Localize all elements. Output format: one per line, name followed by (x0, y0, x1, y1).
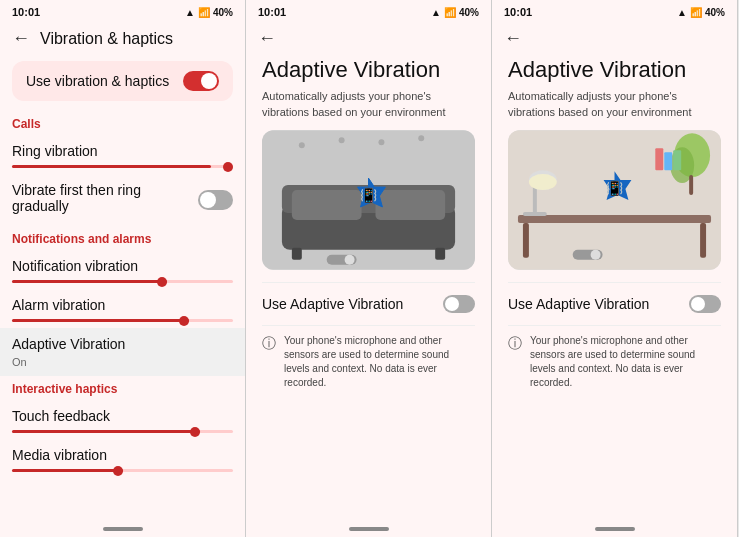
ring-vibration-thumb (223, 162, 233, 172)
top-bar-3: ← (492, 22, 737, 57)
media-vibration-fill (12, 469, 123, 472)
section-calls: Calls (0, 111, 245, 135)
svg-rect-23 (523, 223, 529, 258)
adaptive-toggle-label-2: Use Adaptive Vibration (262, 296, 403, 312)
svg-rect-24 (700, 223, 706, 258)
svg-rect-18 (689, 175, 693, 195)
info-text-3: Your phone's microphone and other sensor… (530, 334, 721, 390)
panel-adaptive-vibration-couch: 10:01 ▲ 📶 40% ← Adaptive Vibration Autom… (246, 0, 492, 537)
touch-feedback-thumb (190, 427, 200, 437)
svg-rect-9 (292, 248, 302, 260)
back-button-1[interactable]: ← (12, 28, 30, 49)
status-bar-1: 10:01 ▲ 📶 40% (0, 0, 245, 22)
media-vibration-track[interactable] (12, 469, 233, 472)
alarm-vibration-thumb (179, 316, 189, 326)
adaptive-toggle-knob-2 (445, 297, 459, 311)
time-1: 10:01 (12, 6, 40, 18)
media-vibration-label: Media vibration (12, 447, 233, 463)
adaptive-toggle-knob-3 (691, 297, 705, 311)
svg-point-14 (345, 255, 355, 265)
status-icons-1: ▲ 📶 40% (185, 7, 233, 18)
svg-text:📳: 📳 (360, 187, 378, 204)
adaptive-content-3: Adaptive Vibration Automatically adjusts… (492, 57, 737, 521)
status-icons-2: ▲ 📶 40% (431, 7, 479, 18)
alarm-vibration-fill (12, 319, 189, 322)
alarm-vibration-item: Alarm vibration (0, 289, 245, 319)
signal-icon-3: 📶 (690, 7, 702, 18)
media-vibration-slider-row (0, 469, 245, 478)
notification-vibration-slider-row (0, 280, 245, 289)
time-2: 10:01 (258, 6, 286, 18)
ring-vibration-track[interactable] (12, 165, 233, 168)
adaptive-toggle-row-3: Use Adaptive Vibration (508, 282, 721, 326)
svg-point-3 (378, 139, 384, 145)
main-toggle-row: Use vibration & haptics (12, 61, 233, 101)
svg-rect-25 (533, 185, 537, 215)
media-vibration-thumb (113, 466, 123, 476)
touch-feedback-label: Touch feedback (12, 408, 233, 424)
adaptive-title-3: Adaptive Vibration (508, 57, 721, 83)
status-icons-3: ▲ 📶 40% (677, 7, 725, 18)
time-3: 10:01 (504, 6, 532, 18)
media-vibration-item: Media vibration (0, 439, 245, 469)
main-toggle-knob (201, 73, 217, 89)
alarm-vibration-slider-row (0, 319, 245, 328)
wifi-icon-3: ▲ (677, 7, 687, 18)
adaptive-toggle-switch-3[interactable] (689, 295, 721, 313)
home-indicator-3 (595, 527, 635, 531)
vibrate-first-toggle[interactable] (198, 190, 233, 210)
adaptive-desc-3: Automatically adjusts your phone's vibra… (508, 89, 721, 120)
adaptive-vibration-item[interactable]: Adaptive Vibration On (0, 328, 245, 376)
signal-icon: 📶 (198, 7, 210, 18)
main-toggle-switch[interactable] (183, 71, 219, 91)
svg-point-4 (418, 135, 424, 141)
page-title-1: Vibration & haptics (40, 30, 173, 48)
signal-icon-2: 📶 (444, 7, 456, 18)
panel-adaptive-vibration-desk: 10:01 ▲ 📶 40% ← Adaptive Vibration Autom… (492, 0, 738, 537)
alarm-vibration-track[interactable] (12, 319, 233, 322)
battery-1: 40% (213, 7, 233, 18)
svg-rect-21 (673, 150, 681, 170)
adaptive-toggle-switch-2[interactable] (443, 295, 475, 313)
svg-point-32 (591, 250, 601, 260)
section-interactive-haptics: Interactive haptics (0, 376, 245, 400)
adaptive-vibration-label: Adaptive Vibration (12, 336, 233, 352)
back-button-3[interactable]: ← (504, 28, 522, 49)
adaptive-toggle-row-2: Use Adaptive Vibration (262, 282, 475, 326)
ring-vibration-fill (12, 165, 211, 168)
notification-vibration-item: Notification vibration (0, 250, 245, 280)
battery-2: 40% (459, 7, 479, 18)
adaptive-content-2: Adaptive Vibration Automatically adjusts… (246, 57, 491, 521)
adaptive-title-2: Adaptive Vibration (262, 57, 475, 83)
svg-point-2 (339, 137, 345, 143)
top-bar-1: ← Vibration & haptics (0, 22, 245, 57)
svg-rect-22 (518, 215, 711, 223)
main-toggle-label: Use vibration & haptics (26, 73, 169, 89)
vibrate-first-knob (200, 192, 216, 208)
notification-vibration-fill (12, 280, 167, 283)
panel-vibration-haptics: 10:01 ▲ 📶 40% ← Vibration & haptics Use … (0, 0, 246, 537)
adaptive-toggle-label-3: Use Adaptive Vibration (508, 296, 649, 312)
desk-illustration: 📳 (508, 130, 721, 270)
touch-feedback-track[interactable] (12, 430, 233, 433)
svg-rect-20 (664, 152, 672, 170)
status-bar-2: 10:01 ▲ 📶 40% (246, 0, 491, 22)
notification-vibration-track[interactable] (12, 280, 233, 283)
svg-rect-19 (655, 148, 663, 170)
ring-vibration-label: Ring vibration (12, 143, 233, 159)
svg-rect-8 (375, 190, 445, 220)
svg-rect-26 (523, 212, 547, 216)
svg-text:📳: 📳 (606, 180, 624, 197)
svg-rect-7 (292, 190, 362, 220)
couch-illustration: 📳 (262, 130, 475, 270)
home-indicator-1 (103, 527, 143, 531)
back-button-2[interactable]: ← (258, 28, 276, 49)
notification-vibration-thumb (157, 277, 167, 287)
ring-vibration-slider-row (0, 165, 245, 174)
adaptive-vibration-sub: On (12, 356, 233, 368)
status-bar-3: 10:01 ▲ 📶 40% (492, 0, 737, 22)
vibrate-first-item: Vibrate first then ring gradually (0, 174, 245, 226)
notification-vibration-label: Notification vibration (12, 258, 233, 274)
home-indicator-2 (349, 527, 389, 531)
touch-feedback-item: Touch feedback (0, 400, 245, 430)
